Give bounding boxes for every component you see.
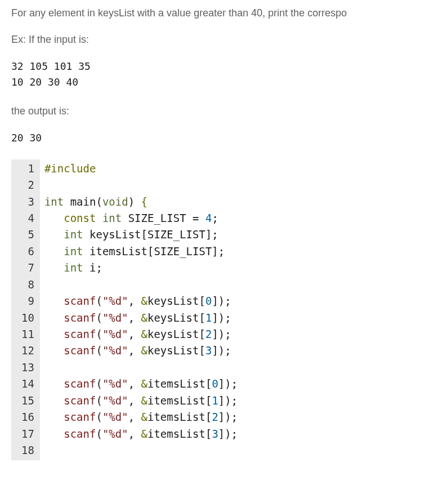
problem-statement: For any element in keysList with a value… — [11, 6, 448, 21]
line-gutter: 1 2 3 4 5 6 7 8 9 10 11 12 13 14 15 16 1… — [11, 159, 40, 460]
code-content: #include int main(void) { const int SIZE… — [40, 159, 238, 460]
example-output: 20 30 — [11, 130, 448, 146]
example-intro: Ex: If the input is: — [11, 32, 448, 47]
output-intro: the output is: — [11, 104, 448, 119]
code-editor: 1 2 3 4 5 6 7 8 9 10 11 12 13 14 15 16 1… — [11, 159, 448, 460]
example-input: 32 105 101 35 10 20 30 40 — [11, 59, 448, 90]
